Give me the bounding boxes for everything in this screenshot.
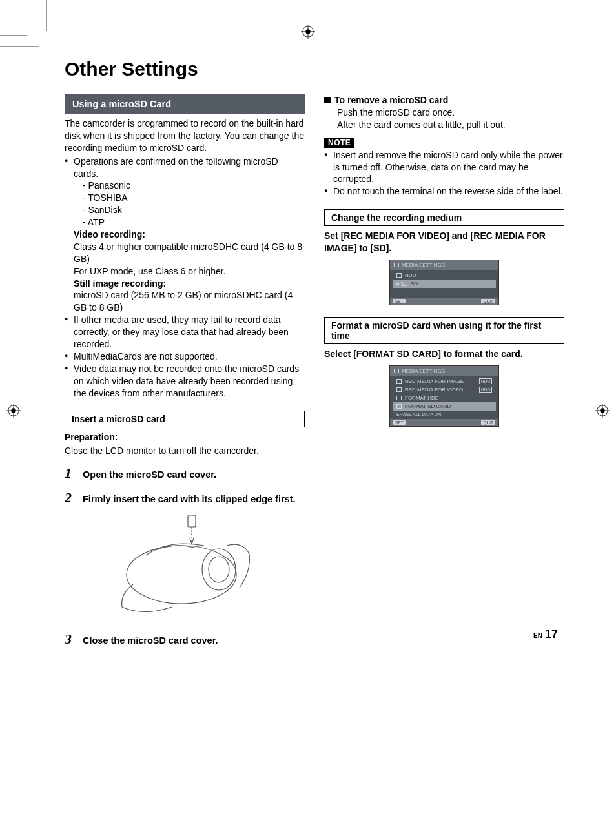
menu-row-label: SD	[411, 281, 418, 287]
menu-screenshot-format: MEDIA SETTINGS REC MEDIA FOR IMAGE HDD R…	[389, 365, 499, 427]
menu-row-hdd: HDD	[393, 271, 496, 280]
menu-title: MEDIA SETTINGS	[390, 260, 498, 270]
menu-set-label: SET	[393, 299, 406, 303]
menu-screenshot-media-settings: MEDIA SETTINGS HDD SD SET	[389, 260, 499, 305]
svg-rect-19	[188, 515, 196, 527]
menu-title-text: MEDIA SETTINGS	[402, 262, 445, 268]
menu-row-label: HDD	[405, 272, 416, 278]
still-recording-spec: microSD card (256 MB to 2 GB) or microSD…	[74, 289, 305, 314]
menu-icon	[394, 263, 399, 267]
step-text: Close the microSD card cover.	[83, 635, 218, 647]
menu-row-label: REC MEDIA FOR VIDEO	[405, 387, 463, 393]
hdd-icon	[396, 396, 402, 400]
bullet-confirmed-cards: Operations are confirmed on the followin…	[65, 156, 305, 314]
page-title: Other Settings	[65, 58, 564, 80]
square-bullet-icon	[324, 97, 331, 103]
sd-icon	[396, 404, 402, 409]
insert-card-box: Insert a microSD card	[65, 411, 305, 427]
camcorder-illustration	[110, 510, 259, 623]
step-number: 2	[65, 489, 76, 506]
menu-row-sd-selected: SD	[393, 280, 496, 288]
right-column: To remove a microSD card Push the microS…	[324, 94, 564, 648]
bullet-video-data: Video data may not be recorded onto the …	[65, 363, 305, 400]
menu-title: MEDIA SETTINGS	[390, 366, 498, 376]
brand-item: - SanDisk	[74, 204, 305, 216]
menu-quit-label: QUIT	[481, 299, 495, 303]
video-icon	[396, 387, 402, 392]
left-column: Using a microSD Card The camcorder is pr…	[65, 94, 305, 648]
menu-row: REC MEDIA FOR VIDEO HDD	[393, 385, 496, 394]
menu-row: REC MEDIA FOR IMAGE HDD	[393, 377, 496, 385]
menu-set-label: SET	[393, 420, 406, 425]
menu-row-label: REC MEDIA FOR IMAGE	[405, 378, 464, 384]
menu-title-text: MEDIA SETTINGS	[402, 368, 445, 374]
note-item: Do not touch the terminal on the reverse…	[324, 185, 564, 198]
brand-item: - TOSHIBA	[74, 192, 305, 204]
section-heading-using-card: Using a microSD Card	[65, 94, 305, 114]
remove-card-line1: Push the microSD card once.	[324, 107, 564, 119]
preparation-text: Close the LCD monitor to turn off the ca…	[65, 445, 305, 457]
menu-row-label: FORMAT SD CARD	[405, 404, 451, 409]
svg-point-17	[202, 549, 236, 590]
menu-quit-label: QUIT	[481, 420, 495, 425]
video-recording-spec: Class 4 or higher compatible microSDHC c…	[74, 241, 305, 265]
page-num-value: 17	[545, 628, 558, 640]
still-recording-label: Still image recording:	[74, 278, 305, 290]
remove-card-line2: After the card comes out a little, pull …	[324, 119, 564, 131]
brand-item: - Panasonic	[74, 179, 305, 192]
note-item: Insert and remove the microSD card only …	[324, 149, 564, 186]
menu-row: ERASE ALL DATA ON	[393, 411, 496, 418]
bullet-text: Operations are confirmed on the followin…	[74, 156, 278, 179]
menu-row-value: HDD	[479, 387, 492, 393]
change-medium-instruction: Set [REC MEDIA FOR VIDEO] and [REC MEDIA…	[324, 230, 564, 254]
video-recording-uxp: For UXP mode, use Class 6 or higher.	[74, 265, 305, 278]
brand-item: - ATP	[74, 216, 305, 229]
page-lang: EN	[533, 632, 542, 639]
bullet-mmc: MultiMediaCards are not supported.	[65, 351, 305, 363]
menu-icon	[394, 369, 399, 373]
menu-row-empty	[393, 288, 496, 296]
selection-dot-icon	[396, 283, 399, 285]
step-1: 1 Open the microSD card cover.	[65, 465, 305, 482]
remove-card-heading: To remove a microSD card	[324, 94, 564, 107]
menu-row: FORMAT HDD	[393, 394, 496, 402]
note-badge: NOTE	[324, 138, 354, 148]
step-text: Firmly insert the card with its clipped …	[83, 493, 296, 506]
format-card-box: Format a microSD card when using it for …	[324, 317, 564, 344]
step-number: 3	[65, 631, 76, 648]
menu-row-label: ERASE ALL DATA ON	[396, 412, 441, 416]
svg-point-18	[209, 557, 229, 582]
bullet-other-media: If other media are used, they may fail t…	[65, 314, 305, 351]
menu-row-value: HDD	[479, 378, 492, 384]
preparation-label: Preparation:	[65, 432, 118, 442]
step-3: 3 Close the microSD card cover.	[65, 631, 305, 648]
step-text: Open the microSD card cover.	[83, 469, 216, 481]
step-number: 1	[65, 465, 76, 482]
sd-icon	[402, 282, 407, 286]
intro-paragraph: The camcorder is programmed to record on…	[65, 118, 305, 154]
menu-row-label: FORMAT HDD	[405, 395, 439, 401]
hdd-icon	[396, 273, 402, 278]
remove-card-title: To remove a microSD card	[334, 95, 448, 105]
image-icon	[396, 379, 402, 384]
page-number: EN17	[533, 628, 558, 641]
svg-point-16	[127, 546, 236, 604]
menu-row-selected: FORMAT SD CARD	[393, 402, 496, 411]
step-2: 2 Firmly insert the card with its clippe…	[65, 489, 305, 506]
format-card-instruction: Select [FORMAT SD CARD] to format the ca…	[324, 348, 564, 360]
video-recording-label: Video recording:	[74, 229, 305, 241]
change-medium-box: Change the recording medium	[324, 209, 564, 226]
